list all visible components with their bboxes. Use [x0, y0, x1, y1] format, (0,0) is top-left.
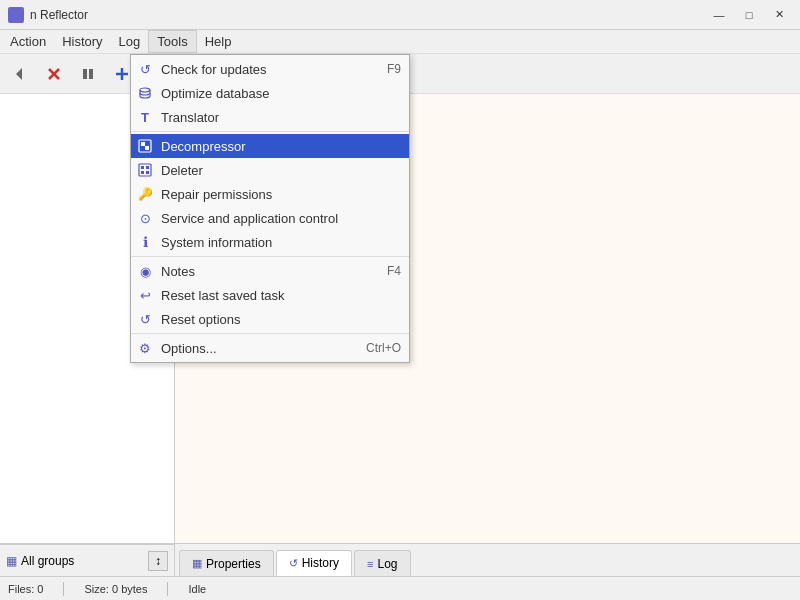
menu-options[interactable]: ⚙ Options... Ctrl+O [131, 336, 409, 360]
status-files: Files: 0 [8, 583, 43, 595]
menu-repair-permissions[interactable]: 🔑 Repair permissions [131, 182, 409, 206]
bottom-tabs: ▦ Properties ↺ History ≡ Log [175, 544, 800, 576]
check-updates-icon: ↺ [137, 61, 153, 77]
deleter-label: Deleter [161, 163, 393, 178]
status-bar: Files: 0 Size: 0 bytes Idle [0, 576, 800, 600]
back-icon [12, 66, 28, 82]
bottom-tab-row: ▦ All groups ↕ ▦ Properties ↺ History ≡ … [0, 543, 800, 576]
history-tab-icon: ↺ [289, 557, 298, 570]
pause-button[interactable] [72, 58, 104, 90]
add-icon [114, 66, 130, 82]
svg-marker-0 [16, 68, 22, 80]
repair-icon: 🔑 [137, 186, 153, 202]
tab-log-label: Log [377, 557, 397, 571]
notes-label: Notes [161, 264, 379, 279]
window-title: n Reflector [30, 8, 88, 22]
menu-check-updates[interactable]: ↺ Check for updates F9 [131, 57, 409, 81]
reset-opts-icon: ↺ [137, 311, 153, 327]
tab-log[interactable]: ≡ Log [354, 550, 410, 576]
deleter-icon [137, 162, 153, 178]
cancel-icon [46, 66, 62, 82]
svg-rect-14 [141, 171, 144, 174]
cancel-button[interactable] [38, 58, 70, 90]
title-bar: n Reflector — □ ✕ [0, 0, 800, 30]
menu-section-2: Decompressor Deleter 🔑 Repair permission… [131, 132, 409, 257]
sysinfo-label: System information [161, 235, 393, 250]
menu-action[interactable]: Action [2, 30, 54, 53]
menu-bar: Action History Log Tools Help [0, 30, 800, 54]
check-updates-label: Check for updates [161, 62, 379, 77]
svg-rect-3 [83, 69, 87, 79]
translator-icon: T [137, 109, 153, 125]
tab-history[interactable]: ↺ History [276, 550, 352, 576]
menu-section-4: ⚙ Options... Ctrl+O [131, 334, 409, 362]
optimize-db-icon [137, 85, 153, 101]
status-idle: Idle [188, 583, 206, 595]
decompressor-label: Decompressor [161, 139, 393, 154]
tab-properties-label: Properties [206, 557, 261, 571]
options-shortcut: Ctrl+O [366, 341, 401, 355]
service-icon: ⊙ [137, 210, 153, 226]
svg-rect-10 [145, 146, 149, 150]
status-size: Size: 0 bytes [84, 583, 147, 595]
options-label: Options... [161, 341, 358, 356]
minimize-button[interactable]: — [706, 5, 732, 25]
options-icon: ⚙ [137, 340, 153, 356]
close-button[interactable]: ✕ [766, 5, 792, 25]
menu-translator[interactable]: T Translator [131, 105, 409, 129]
menu-section-3: ◉ Notes F4 ↩ Reset last saved task ↺ Res… [131, 257, 409, 334]
menu-system-info[interactable]: ℹ System information [131, 230, 409, 254]
menu-service-control[interactable]: ⊙ Service and application control [131, 206, 409, 230]
optimize-db-label: Optimize database [161, 86, 393, 101]
svg-point-7 [140, 88, 150, 92]
menu-optimize-db[interactable]: Optimize database [131, 81, 409, 105]
app-icon [8, 7, 24, 23]
decompressor-icon [137, 138, 153, 154]
menu-help[interactable]: Help [197, 30, 240, 53]
group-selector: ▦ All groups ↕ [0, 544, 175, 576]
reset-last-label: Reset last saved task [161, 288, 393, 303]
reset-last-icon: ↩ [137, 287, 153, 303]
svg-rect-13 [146, 166, 149, 169]
title-bar-left: n Reflector [8, 7, 88, 23]
svg-rect-12 [141, 166, 144, 169]
sysinfo-icon: ℹ [137, 234, 153, 250]
group-icon: ▦ [6, 554, 17, 568]
properties-tab-icon: ▦ [192, 557, 202, 570]
translator-label: Translator [161, 110, 393, 125]
repair-label: Repair permissions [161, 187, 393, 202]
menu-deleter[interactable]: Deleter [131, 158, 409, 182]
sort-button[interactable]: ↕ [148, 551, 168, 571]
tools-dropdown-menu: ↺ Check for updates F9 Optimize database… [130, 54, 410, 363]
svg-rect-9 [141, 142, 145, 146]
svg-rect-4 [89, 69, 93, 79]
check-updates-shortcut: F9 [387, 62, 401, 76]
menu-reset-options[interactable]: ↺ Reset options [131, 307, 409, 331]
status-sep1 [63, 582, 64, 596]
menu-reset-last[interactable]: ↩ Reset last saved task [131, 283, 409, 307]
log-tab-icon: ≡ [367, 558, 373, 570]
back-button[interactable] [4, 58, 36, 90]
notes-icon: ◉ [137, 263, 153, 279]
menu-decompressor[interactable]: Decompressor [131, 134, 409, 158]
group-label: All groups [21, 554, 74, 568]
reset-opts-label: Reset options [161, 312, 393, 327]
status-sep2 [167, 582, 168, 596]
maximize-button[interactable]: □ [736, 5, 762, 25]
menu-log[interactable]: Log [111, 30, 149, 53]
tab-properties[interactable]: ▦ Properties [179, 550, 274, 576]
service-label: Service and application control [161, 211, 393, 226]
menu-history[interactable]: History [54, 30, 110, 53]
svg-rect-11 [139, 164, 151, 176]
bottom-area: ▦ All groups ↕ ▦ Properties ↺ History ≡ … [0, 543, 800, 600]
window-controls: — □ ✕ [706, 5, 792, 25]
pause-icon [80, 66, 96, 82]
notes-shortcut: F4 [387, 264, 401, 278]
menu-tools[interactable]: Tools [148, 30, 196, 53]
menu-notes[interactable]: ◉ Notes F4 [131, 259, 409, 283]
svg-rect-15 [146, 171, 149, 174]
menu-section-1: ↺ Check for updates F9 Optimize database… [131, 55, 409, 132]
tab-history-label: History [302, 556, 339, 570]
